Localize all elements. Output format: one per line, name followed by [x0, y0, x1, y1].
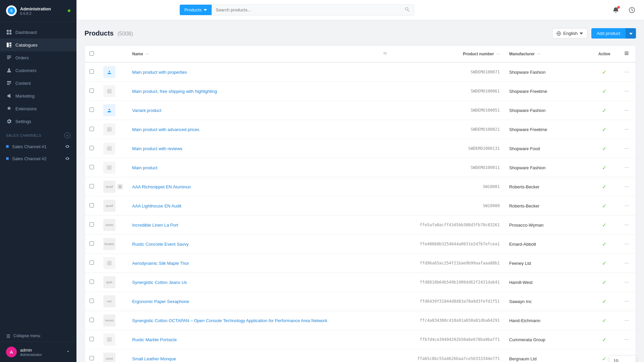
add-sales-channel-button[interactable]: +: [64, 132, 70, 138]
sidebar-item-content[interactable]: Content: [0, 77, 76, 89]
row-checkbox[interactable]: [90, 203, 94, 207]
row-actions-button[interactable]: ···: [623, 202, 631, 209]
product-name[interactable]: Main product: [132, 165, 157, 170]
search-input[interactable]: [212, 5, 400, 15]
add-product-dropdown-button[interactable]: [626, 28, 636, 39]
product-manufacturer: Shopware Fashion: [504, 158, 591, 177]
row-actions-button[interactable]: ···: [623, 68, 631, 76]
sidebar-item-sales-channel-1[interactable]: Sales Channel #1: [0, 140, 76, 153]
row-checkbox[interactable]: [90, 260, 94, 265]
product-name[interactable]: Main product, free shipping with highlig…: [132, 89, 217, 94]
sidebar-item-marketing[interactable]: Marketing: [0, 89, 76, 102]
search-category-label: Products: [184, 7, 202, 12]
per-page-option-10[interactable]: 10: [609, 356, 636, 362]
online-indicator: [68, 9, 70, 12]
row-checkbox[interactable]: [90, 337, 94, 341]
svg-rect-3: [9, 33, 11, 35]
row-actions-button[interactable]: ···: [623, 298, 631, 305]
product-name[interactable]: Synergistic Cotton Jeans Us: [132, 280, 187, 285]
table-row: eaumIncredible Linen La Portffe5afa0acff…: [85, 216, 636, 235]
row-checkbox[interactable]: [90, 318, 94, 322]
active-checkmark: ✓: [602, 127, 606, 132]
product-name[interactable]: Small Leather Monque: [132, 356, 176, 361]
row-checkbox[interactable]: [90, 88, 94, 93]
row-checkbox[interactable]: [90, 356, 94, 360]
column-header-manufacturer[interactable]: Manufacturer ···: [504, 46, 591, 62]
row-checkbox[interactable]: [90, 69, 94, 74]
select-all-checkbox[interactable]: [90, 51, 94, 56]
product-name[interactable]: Rustic Concrete Event Savvy: [132, 242, 189, 247]
sidebar-item-extensions[interactable]: Extensions: [0, 102, 76, 115]
row-checkbox[interactable]: [90, 280, 94, 284]
product-name[interactable]: Ergonomic Paper Sexaphone: [132, 299, 189, 304]
num-col-dots: ···: [496, 52, 500, 56]
product-name[interactable]: Incredible Linen La Port: [132, 223, 178, 228]
sidebar: S Administration 6.6.8.2 Dashboard Catal…: [0, 0, 76, 362]
search-group: Products: [179, 4, 414, 15]
product-name[interactable]: Aerodynamic Silk Maple Thor: [132, 261, 189, 266]
product-thumb-wrap: [103, 162, 123, 174]
row-actions-button[interactable]: ···: [623, 145, 631, 152]
column-header-product-number[interactable]: Product number ···: [392, 46, 504, 62]
product-name[interactable]: Synergistic Cotton OCTAPAN – Open Consol…: [132, 318, 327, 323]
add-product-button[interactable]: Add product: [591, 28, 626, 39]
product-name[interactable]: Variant product: [132, 108, 161, 113]
column-settings-button[interactable]: [623, 50, 630, 58]
row-actions-button[interactable]: ···: [623, 183, 631, 190]
search-category-dropdown[interactable]: Products: [180, 5, 212, 15]
row-checkbox[interactable]: [90, 222, 94, 227]
search-submit-button[interactable]: [400, 7, 414, 13]
column-header-name[interactable]: Name ···: [127, 46, 378, 62]
row-checkbox[interactable]: [90, 165, 94, 169]
sidebar-item-orders[interactable]: Orders: [0, 51, 76, 64]
sidebar-item-customers[interactable]: Customers: [0, 64, 76, 77]
row-actions-button[interactable]: ···: [623, 279, 631, 286]
product-name[interactable]: Main product with properties: [132, 70, 187, 75]
active-checkmark: ✓: [602, 356, 606, 362]
row-actions-button[interactable]: ···: [623, 259, 631, 267]
row-actions-button[interactable]: ···: [623, 164, 631, 171]
user-menu-icon[interactable]: [66, 349, 70, 355]
product-name[interactable]: AAA Richsnippet EN Aluminun: [132, 184, 191, 189]
row-checkbox[interactable]: [90, 127, 94, 131]
row-actions-button[interactable]: ···: [623, 240, 631, 248]
product-number: SW10000: [392, 196, 504, 216]
product-name[interactable]: Main product with reviews: [132, 146, 182, 151]
col-expand[interactable]: [378, 46, 392, 62]
sidebar-item-dashboard[interactable]: Dashboard: [0, 26, 76, 39]
svg-rect-1: [9, 30, 11, 32]
notification-badge: [617, 6, 620, 9]
product-name[interactable]: Main product with advanced prices: [132, 127, 199, 132]
product-thumbnail: [103, 104, 115, 116]
row-actions-button[interactable]: ···: [623, 317, 631, 324]
row-checkbox[interactable]: [90, 241, 94, 246]
svg-rect-16: [625, 53, 629, 54]
collapse-menu-button[interactable]: Collapse menu: [0, 330, 76, 342]
sidebar-item-catalogues[interactable]: Catalogues: [0, 39, 76, 51]
active-checkmark: ✓: [602, 280, 606, 285]
column-header-active: Active: [591, 46, 618, 62]
row-actions-button[interactable]: ···: [623, 336, 631, 343]
product-name[interactable]: AAA Lighthouse EN Audit: [132, 203, 181, 208]
product-name[interactable]: Rustic Marble Portsicle: [132, 337, 177, 342]
language-selector[interactable]: English: [552, 28, 587, 39]
notifications-button[interactable]: [610, 5, 621, 15]
row-actions-button[interactable]: ···: [623, 87, 631, 95]
row-actions-button[interactable]: ···: [623, 126, 631, 133]
row-checkbox[interactable]: [90, 108, 94, 112]
product-number: SWDEMO100071: [392, 62, 504, 82]
row-checkbox[interactable]: [90, 184, 94, 188]
product-number: SWDEMO1000131: [392, 139, 504, 158]
sidebar-item-label-content: Content: [15, 81, 31, 86]
customers-icon: [6, 67, 12, 73]
sidebar-item-sales-channel-2[interactable]: Sales Channel #2: [0, 153, 76, 165]
row-actions-button[interactable]: ···: [623, 107, 631, 114]
row-actions-button[interactable]: ···: [623, 221, 631, 229]
clock-button[interactable]: [627, 5, 637, 15]
product-manufacturer: Roberts-Becker: [504, 177, 591, 196]
row-checkbox[interactable]: [90, 146, 94, 150]
row-checkbox[interactable]: [90, 299, 94, 303]
product-thumbnail: omni: [103, 353, 115, 362]
username: admin: [20, 348, 62, 353]
sidebar-item-settings[interactable]: Settings: [0, 115, 76, 128]
